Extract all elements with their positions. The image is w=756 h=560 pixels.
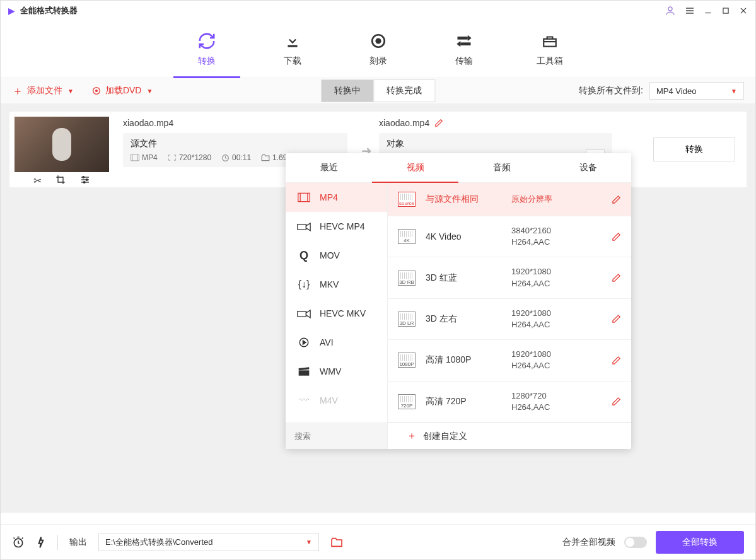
preset-detail: 1920*1080H264,AAC bbox=[511, 349, 602, 371]
tab-completed[interactable]: 转换完成 bbox=[373, 79, 435, 102]
nav-convert[interactable]: 转换 bbox=[186, 32, 228, 67]
merge-toggle[interactable] bbox=[624, 537, 647, 548]
convert-button[interactable]: 转换 bbox=[653, 137, 735, 161]
settings-icon[interactable] bbox=[79, 175, 91, 187]
svg-marker-37 bbox=[306, 223, 310, 231]
svg-rect-42 bbox=[299, 370, 310, 375]
svg-marker-41 bbox=[303, 341, 306, 344]
nav-label: 转换 bbox=[198, 55, 216, 67]
format-label: M4V bbox=[320, 395, 338, 405]
format-dropdown[interactable]: MP4 Video ▼ bbox=[649, 82, 744, 100]
format-hevc-mkv[interactable]: HEVC MKV bbox=[286, 299, 387, 328]
svg-rect-5 bbox=[723, 8, 728, 13]
preset-3d-rb[interactable]: 3D RB 3D 红蓝 1920*1080H264,AAC bbox=[388, 257, 631, 298]
arrow-right-icon: ➜ bbox=[354, 112, 379, 158]
preset-detail: 1920*1080H264,AAC bbox=[511, 266, 602, 289]
clock-icon[interactable] bbox=[12, 536, 25, 549]
format-m4v[interactable]: 〰 M4V bbox=[286, 386, 387, 415]
preset-1080p[interactable]: 1080P 高清 1080P 1920*1080H264,AAC bbox=[388, 340, 631, 381]
panel-tab-video[interactable]: 视频 bbox=[372, 153, 458, 182]
source-file-name: xiaodao.mp4 bbox=[123, 118, 347, 128]
video-thumbnail[interactable] bbox=[15, 117, 109, 172]
preset-icon: 4K bbox=[398, 229, 416, 244]
convert-all-to-label: 转换所有文件到: bbox=[579, 85, 643, 96]
panel-tab-recent[interactable]: 最近 bbox=[286, 153, 372, 182]
svg-rect-8 bbox=[288, 45, 297, 47]
edit-icon[interactable] bbox=[612, 314, 621, 324]
svg-rect-36 bbox=[298, 225, 306, 230]
output-path-dropdown[interactable]: E:\全能格式转换器\Converted ▼ bbox=[98, 534, 319, 551]
preset-same-as-source[interactable]: source 与源文件相同 原始分辨率 bbox=[388, 183, 631, 216]
add-file-button[interactable]: ＋ 添加文件 ▼ bbox=[12, 83, 74, 98]
toolbar: ＋ 添加文件 ▼ 加载DVD ▼ 转换中 转换完成 转换所有文件到: MP4 V… bbox=[1, 78, 755, 104]
nav-label: 刻录 bbox=[369, 55, 387, 67]
cut-icon[interactable]: ✂ bbox=[33, 175, 42, 187]
format-label: MP4 bbox=[320, 192, 338, 202]
load-dvd-button[interactable]: 加载DVD ▼ bbox=[91, 85, 153, 96]
edit-icon[interactable] bbox=[612, 397, 621, 406]
nav-label: 工具箱 bbox=[537, 55, 563, 67]
preset-detail: 原始分辨率 bbox=[511, 194, 602, 205]
preset-title: 4K Video bbox=[426, 231, 501, 242]
close-icon[interactable] bbox=[739, 6, 748, 15]
svg-point-22 bbox=[83, 177, 84, 178]
nav-transfer[interactable]: 传输 bbox=[443, 32, 485, 67]
open-folder-icon[interactable] bbox=[330, 537, 343, 547]
nav-toolbox[interactable]: 工具箱 bbox=[529, 32, 571, 67]
svg-point-23 bbox=[86, 179, 88, 181]
transfer-icon bbox=[455, 32, 473, 50]
play-circle-icon bbox=[297, 337, 311, 348]
nav-download[interactable]: 下载 bbox=[272, 32, 313, 67]
format-hevc-mp4[interactable]: HEVC MP4 bbox=[286, 212, 387, 241]
preset-title: 高清 720P bbox=[426, 396, 501, 407]
content-area: ✂ xiaodao.mp4 源文件 MP4 bbox=[1, 104, 755, 513]
edit-icon[interactable] bbox=[612, 356, 621, 365]
preset-list[interactable]: source 与源文件相同 原始分辨率 4K 4K Video 3840*216… bbox=[388, 183, 631, 423]
app-icon: ▶ bbox=[8, 6, 15, 16]
format-mkv[interactable]: {↓} MKV bbox=[286, 270, 387, 299]
format-avi[interactable]: AVI bbox=[286, 328, 387, 357]
menu-icon[interactable] bbox=[685, 6, 695, 16]
format-list[interactable]: MP4 HEVC MP4 Q MOV {↓} MKV bbox=[286, 183, 388, 423]
preset-title: 与源文件相同 bbox=[426, 194, 501, 205]
edit-icon[interactable] bbox=[612, 273, 621, 283]
user-icon[interactable] bbox=[665, 5, 676, 16]
preset-3d-lr[interactable]: 3D LR 3D 左右 1920*1080H264,AAC bbox=[388, 299, 631, 340]
format-wmv[interactable]: WMV bbox=[286, 357, 387, 386]
target-file-name: xiaodao.mp4 bbox=[379, 118, 429, 128]
app-title: 全能格式转换器 bbox=[20, 5, 78, 16]
preset-4k[interactable]: 4K 4K Video 3840*2160H264,AAC bbox=[388, 216, 631, 257]
format-mov[interactable]: Q MOV bbox=[286, 241, 387, 270]
create-custom-button[interactable]: ＋ 创建自定义 bbox=[388, 423, 631, 449]
svg-point-10 bbox=[376, 39, 380, 44]
nav-burn[interactable]: 刻录 bbox=[358, 32, 399, 67]
tab-converting[interactable]: 转换中 bbox=[321, 79, 373, 102]
crop-icon[interactable] bbox=[55, 175, 66, 187]
convert-all-button[interactable]: 全部转换 bbox=[656, 531, 744, 554]
edit-name-icon[interactable] bbox=[434, 119, 443, 127]
maximize-icon[interactable] bbox=[721, 6, 730, 15]
preset-detail: 1280*720H264,AAC bbox=[511, 390, 602, 413]
format-mp4[interactable]: MP4 bbox=[286, 183, 387, 212]
edit-icon[interactable] bbox=[612, 195, 621, 204]
nav-label: 传输 bbox=[455, 55, 473, 67]
panel-tab-audio[interactable]: 音频 bbox=[458, 153, 545, 182]
clapper-icon bbox=[297, 366, 311, 377]
panel-tab-device[interactable]: 设备 bbox=[545, 153, 631, 182]
svg-rect-15 bbox=[544, 39, 556, 47]
format-label: WMV bbox=[320, 366, 341, 376]
output-path: E:\全能格式转换器\Converted bbox=[105, 537, 213, 548]
svg-rect-43 bbox=[299, 367, 310, 370]
search-input[interactable] bbox=[286, 423, 387, 449]
preset-720p[interactable]: 720P 高清 720P 1280*720H264,AAC bbox=[388, 382, 631, 423]
add-file-label: 添加文件 bbox=[27, 85, 62, 96]
svg-rect-11 bbox=[457, 37, 467, 40]
preset-detail: 3840*2160H264,AAC bbox=[511, 225, 602, 248]
edit-icon[interactable] bbox=[612, 232, 621, 242]
preset-title: 高清 1080P bbox=[426, 354, 501, 366]
format-label: MOV bbox=[320, 250, 340, 260]
toolbox-icon bbox=[542, 32, 558, 50]
format-selected: MP4 Video bbox=[656, 86, 696, 96]
gpu-icon[interactable] bbox=[36, 536, 46, 549]
minimize-icon[interactable] bbox=[704, 6, 712, 15]
